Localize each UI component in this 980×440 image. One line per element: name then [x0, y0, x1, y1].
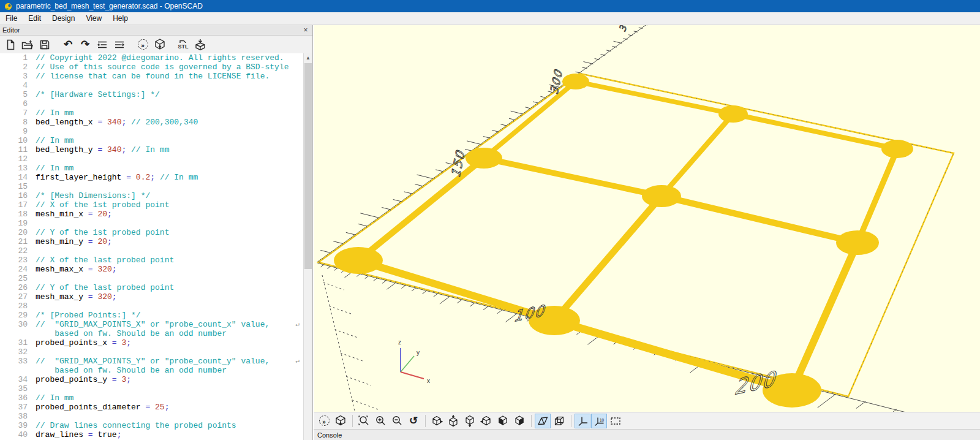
code-line: 35	[0, 384, 303, 393]
y-axis-label: y	[417, 349, 420, 356]
code-line: 5/* [Hardware Settings:] */	[0, 90, 303, 99]
code-lines: 1// Copyright 2022 @diegomarino. All rig…	[0, 53, 303, 439]
menu-file[interactable]: File	[0, 14, 23, 23]
code-line: 11bed_length_y = 340; // In mm	[0, 145, 303, 154]
preview-button[interactable]: »	[316, 414, 332, 428]
wrap-indicator-icon: ↵	[295, 320, 300, 329]
code-line: 18mesh_min_x = 20;	[0, 210, 303, 219]
menu-view[interactable]: View	[80, 14, 107, 23]
code-line: 22	[0, 246, 303, 256]
openscad-logo-icon	[4, 2, 12, 10]
code-line: 21mesh_min_y = 20;	[0, 237, 303, 246]
code-line: 20// Y of the 1st probed point	[0, 228, 303, 237]
wrap-indicator-icon: ↵	[295, 357, 300, 366]
code-line: 13// In mm	[0, 164, 303, 173]
code-line: 23// X of the last probed point	[0, 256, 303, 265]
scene-svg: 150 300 340 100 200 z y x	[314, 25, 980, 412]
editor-toolbar: ↶ ↷ » STL	[0, 36, 312, 54]
code-line: 16/* [Mesh Dimensions:] */	[0, 191, 303, 200]
code-line: 29/* [Probed Points:] */	[0, 311, 303, 320]
code-line: 37probed_points_diameter = 25;	[0, 403, 303, 412]
code-line: based on fw. Should be an odd number	[0, 366, 303, 375]
code-line: 34probed_points_y = 3;	[0, 375, 303, 384]
code-line: 24mesh_max_x = 320;	[0, 265, 303, 274]
save-button[interactable]	[37, 37, 53, 52]
z-axis-label: z	[398, 339, 401, 346]
view-back-button[interactable]	[511, 414, 527, 428]
scrollbar-thumb[interactable]	[304, 63, 312, 269]
orthogonal-button[interactable]	[551, 414, 567, 428]
axes-indicator: z y x	[398, 339, 430, 384]
code-line: 4	[0, 81, 303, 90]
code-line: 31probed_points_x = 3;	[0, 338, 303, 347]
show-axes-button[interactable]	[575, 414, 590, 428]
code-line: 27mesh_max_y = 320;	[0, 292, 303, 302]
view-front-button[interactable]	[495, 414, 511, 428]
indent-button[interactable]	[111, 37, 127, 52]
code-line: 36// In mm	[0, 393, 303, 403]
menu-help[interactable]: Help	[107, 14, 134, 23]
code-line: 33// "GRID_MAX_POINTS_Y" or "probe_count…	[0, 357, 303, 366]
unindent-button[interactable]	[94, 37, 110, 52]
code-line: 9	[0, 127, 303, 136]
code-line: 26// Y of the last probed point	[0, 283, 303, 292]
print-3d-button[interactable]	[192, 37, 208, 52]
menu-design[interactable]: Design	[47, 14, 80, 23]
render-button[interactable]	[333, 414, 349, 428]
code-line: 15	[0, 182, 303, 191]
export-stl-button[interactable]: STL	[175, 37, 191, 52]
code-line: 40draw_lines = true;	[0, 430, 303, 439]
code-editor[interactable]: 1// Copyright 2022 @diegomarino. All rig…	[0, 53, 303, 440]
undo-button[interactable]: ↶	[60, 37, 76, 52]
code-line: 2// Use of this source code is governed …	[0, 63, 303, 72]
zoom-all-button[interactable]	[356, 414, 372, 428]
code-line: 3// license that can be found in the LIC…	[0, 72, 303, 81]
view-left-button[interactable]	[478, 414, 494, 428]
code-line: 8bed_length_x = 340; // 200,300,340	[0, 118, 303, 127]
editor-panel: Editor × ↶ ↷ » STL 1// Copyright 2022 @d…	[0, 25, 313, 440]
negative-axis-dashes	[322, 275, 385, 412]
scrollbar-up-arrow[interactable]: ▲	[304, 53, 312, 63]
code-line: 14first_layer_height = 0.2; // In mm	[0, 173, 303, 182]
code-line: 30// "GRID_MAX_POINTS_X" or "probe_count…	[0, 320, 303, 329]
view-bottom-button[interactable]	[462, 414, 478, 428]
view-top-button[interactable]	[445, 414, 461, 428]
zoom-in-button[interactable]	[372, 414, 388, 428]
viewport-3d[interactable]: 150 300 340 100 200 z y x	[314, 25, 980, 412]
x-axis-label: x	[427, 377, 430, 384]
code-line: 38	[0, 412, 303, 421]
code-line: 6	[0, 99, 303, 108]
editor-panel-title: Editor	[2, 26, 20, 34]
perspective-button[interactable]	[535, 414, 551, 428]
code-line: 32	[0, 347, 303, 357]
viewport-toolbar: » ↺ 10	[314, 412, 980, 429]
code-line: 39// Draw lines connecting the probed po…	[0, 421, 303, 430]
menu-bar: File Edit Design View Help	[0, 12, 980, 25]
new-file-button[interactable]	[2, 37, 18, 52]
code-line: based on fw. Should be an odd number	[0, 329, 303, 338]
close-icon[interactable]: ×	[301, 26, 310, 34]
reset-view-button[interactable]: ↺	[405, 414, 421, 428]
code-line: 1// Copyright 2022 @diegomarino. All rig…	[0, 53, 303, 63]
render-button[interactable]	[152, 37, 168, 52]
preview-button[interactable]: »	[135, 37, 151, 52]
zoom-out-button[interactable]	[389, 414, 405, 428]
probe-mesh-lines	[358, 82, 897, 390]
show-scale-markers-button[interactable]: 10	[591, 414, 607, 428]
menu-edit[interactable]: Edit	[23, 14, 47, 23]
code-line: 28	[0, 302, 303, 311]
editor-scrollbar[interactable]: ▲	[303, 53, 312, 440]
console-title: Console	[317, 431, 342, 439]
redo-button[interactable]: ↷	[77, 37, 93, 52]
title-bar: parametric_bed_mesh_test_generator.scad …	[0, 0, 980, 12]
code-line: 25	[0, 274, 303, 283]
console-panel-header: Console	[314, 429, 980, 440]
svg-text:STL: STL	[178, 44, 189, 50]
code-line: 12	[0, 154, 303, 164]
code-line: 7// In mm	[0, 108, 303, 118]
view-all-button[interactable]	[608, 414, 624, 428]
open-file-button[interactable]	[20, 37, 36, 52]
view-right-button[interactable]	[429, 414, 445, 428]
code-line: 19	[0, 219, 303, 228]
window-title: parametric_bed_mesh_test_generator.scad …	[16, 2, 203, 10]
